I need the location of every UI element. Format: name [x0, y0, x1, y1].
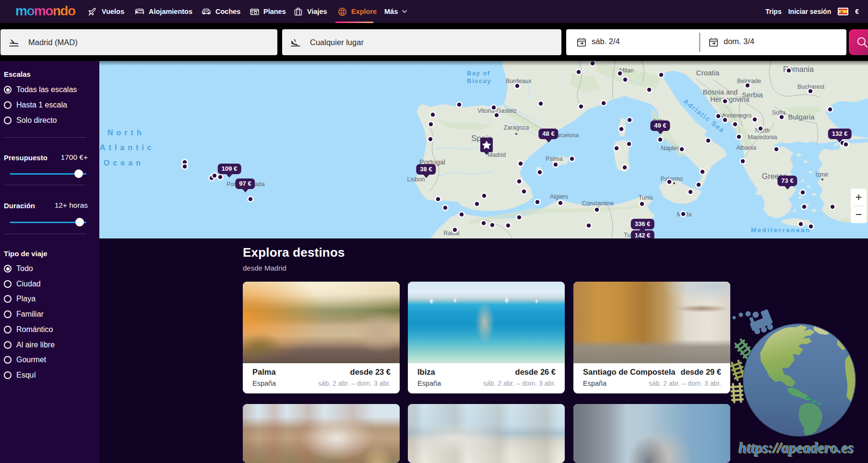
svg-text:Macedonia: Macedonia — [748, 134, 777, 141]
svg-text:Albania: Albania — [736, 144, 756, 151]
svg-text:Atlantic: Atlantic — [100, 143, 155, 152]
svg-text:Naples: Naples — [661, 145, 680, 152]
svg-text:Bulgaria: Bulgaria — [788, 113, 815, 121]
svg-text:Serbia: Serbia — [742, 91, 763, 99]
svg-text:Palma: Palma — [546, 155, 562, 162]
svg-text:Bosnia and: Bosnia and — [703, 88, 738, 96]
svg-text:Mediterranean: Mediterranean — [751, 226, 811, 234]
svg-text:Biscay: Biscay — [467, 77, 491, 84]
svg-text:Zaragoza: Zaragoza — [504, 124, 529, 131]
svg-text:Ocean: Ocean — [104, 159, 144, 167]
svg-text:North: North — [107, 129, 145, 137]
svg-text:Tunis: Tunis — [639, 194, 653, 201]
svg-text:Izmir: Izmir — [815, 171, 828, 178]
svg-text:Algiers: Algiers — [550, 193, 568, 200]
svg-text:Madrid: Madrid — [488, 152, 506, 158]
svg-text:Lisbon: Lisbon — [407, 176, 425, 183]
svg-text:Bay of: Bay of — [467, 70, 490, 77]
svg-text:Croatia: Croatia — [696, 69, 720, 77]
svg-text:Constantine: Constantine — [582, 200, 614, 207]
